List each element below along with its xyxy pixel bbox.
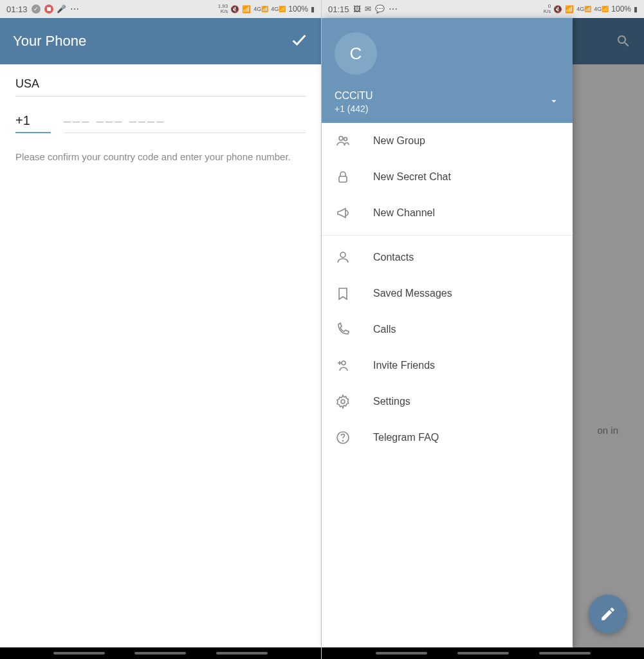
- menu-label: Contacts: [373, 252, 414, 263]
- contact-icon: [335, 249, 351, 266]
- menu-contacts[interactable]: Contacts: [322, 239, 573, 275]
- svg-rect-2: [339, 176, 347, 182]
- drawer-header[interactable]: C CCCiTU +1 (442): [322, 18, 573, 123]
- battery-icon: ▮: [311, 5, 315, 14]
- status-more-icon: [389, 4, 398, 14]
- menu-saved-messages[interactable]: Saved Messages: [322, 275, 573, 311]
- status-more-icon: [70, 4, 79, 14]
- menu-new-secret-chat[interactable]: New Secret Chat: [322, 159, 573, 195]
- menu-label: New Channel: [373, 207, 435, 219]
- status-notification-icon: [44, 5, 53, 14]
- svg-point-4: [342, 361, 345, 365]
- status-bar: 01:13 ✓ 🎤 1.93 K/s 🔇 📶 4G📶 4G📶 100% ▮: [0, 0, 321, 18]
- status-4g-icon: 4G📶: [253, 6, 268, 12]
- android-nav-bar: [0, 647, 321, 659]
- status-wifi-icon: 📶: [565, 5, 574, 14]
- menu-telegram-faq[interactable]: Telegram FAQ: [322, 420, 573, 456]
- menu-new-group[interactable]: New Group: [322, 123, 573, 159]
- chevron-down-icon: [548, 95, 560, 107]
- menu-label: New Secret Chat: [373, 171, 451, 183]
- phone-form: USA +1 ––– ––– –––– Please confirm your …: [0, 64, 321, 176]
- status-bar: 01:15 🖼 ✉ 💬 0 K/s 🔇 📶 4G📶 4G📶 100% ▮: [322, 0, 644, 18]
- status-wifi-icon: 📶: [242, 5, 251, 14]
- status-mute-icon: 🔇: [230, 5, 239, 14]
- nav-back[interactable]: [216, 652, 268, 654]
- page-title: Your Phone: [13, 33, 86, 50]
- status-time: 01:15: [328, 5, 349, 14]
- menu-calls[interactable]: Calls: [322, 311, 573, 348]
- avatar[interactable]: C: [335, 32, 377, 75]
- hint-text: Please confirm your country code and ent…: [15, 150, 306, 163]
- menu-new-channel[interactable]: New Channel: [322, 195, 573, 231]
- bookmark-icon: [335, 285, 351, 302]
- svg-point-7: [343, 441, 344, 441]
- nav-home[interactable]: [134, 652, 186, 654]
- menu-settings[interactable]: Settings: [322, 384, 573, 420]
- nav-recent[interactable]: [53, 652, 105, 654]
- nav-home[interactable]: [457, 652, 509, 654]
- nav-recent[interactable]: [376, 652, 427, 654]
- group-icon: [335, 133, 351, 149]
- phone-icon: [335, 321, 351, 338]
- help-icon: [335, 429, 351, 446]
- account-name: CCCiTU: [335, 90, 373, 102]
- status-mail-icon: ✉: [365, 5, 371, 14]
- status-app-icon: ✓: [32, 5, 41, 14]
- drawer-screen: 01:15 🖼 ✉ 💬 0 K/s 🔇 📶 4G📶 4G📶 100% ▮ on …: [322, 0, 644, 659]
- status-speed: 0 K/s: [544, 4, 551, 14]
- account-expand-button[interactable]: [548, 95, 560, 109]
- status-time: 01:13: [6, 5, 28, 14]
- menu-invite-friends[interactable]: Invite Friends: [322, 348, 573, 384]
- drawer-menu: New Group New Secret Chat New Channel Co…: [322, 123, 573, 647]
- status-gallery-icon: 🖼: [353, 5, 361, 14]
- svg-point-0: [339, 136, 343, 140]
- svg-point-3: [340, 252, 345, 257]
- menu-label: New Group: [373, 135, 425, 147]
- check-icon: [290, 31, 308, 49]
- menu-label: Saved Messages: [373, 288, 452, 299]
- status-speed: 1.93 K/s: [218, 4, 228, 14]
- nav-back[interactable]: [539, 652, 591, 654]
- status-battery: 100%: [611, 5, 631, 14]
- svg-point-5: [341, 400, 345, 404]
- navigation-drawer: C CCCiTU +1 (442) New Group New Secret C…: [322, 18, 573, 647]
- phone-entry-screen: 01:13 ✓ 🎤 1.93 K/s 🔇 📶 4G📶 4G📶 100% ▮ Yo…: [0, 0, 322, 659]
- status-4g-icon: 4G📶: [576, 6, 591, 12]
- menu-label: Invite Friends: [373, 360, 435, 371]
- pencil-icon: [600, 606, 616, 622]
- country-field[interactable]: USA: [15, 77, 306, 97]
- phone-number-field[interactable]: ––– ––– ––––: [64, 114, 306, 133]
- android-nav-bar: [322, 647, 644, 659]
- account-phone: +1 (442): [335, 104, 373, 114]
- status-battery: 100%: [288, 5, 308, 14]
- status-mic-icon: 🎤: [57, 5, 66, 14]
- status-chat-icon: 💬: [375, 5, 385, 14]
- gear-icon: [335, 393, 351, 410]
- status-4g-icon: 4G📶: [594, 6, 609, 12]
- svg-point-1: [344, 138, 347, 141]
- menu-divider: [322, 235, 573, 236]
- country-code-field[interactable]: +1: [15, 113, 51, 133]
- menu-label: Telegram FAQ: [373, 432, 439, 443]
- status-4g-icon: 4G📶: [271, 6, 286, 12]
- menu-label: Calls: [373, 324, 396, 335]
- lock-icon: [335, 169, 351, 185]
- invite-icon: [335, 357, 351, 374]
- app-bar: Your Phone: [0, 18, 321, 64]
- confirm-button[interactable]: [290, 31, 308, 51]
- compose-fab[interactable]: [589, 595, 627, 633]
- status-mute-icon: 🔇: [553, 5, 562, 14]
- megaphone-icon: [335, 205, 351, 221]
- menu-label: Settings: [373, 396, 410, 407]
- avatar-initial: C: [350, 44, 362, 64]
- battery-icon: ▮: [634, 5, 638, 14]
